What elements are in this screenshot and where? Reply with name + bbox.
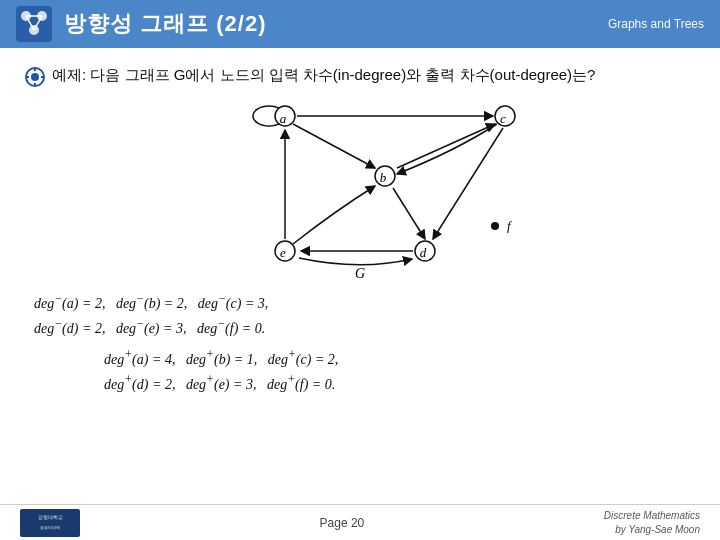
svg-text:f: f bbox=[507, 218, 513, 233]
svg-text:강원대학교: 강원대학교 bbox=[38, 514, 63, 520]
svg-line-18 bbox=[433, 128, 503, 239]
formula-in-2: deg+(d) = 2, deg+(e) = 3, deg+(f) = 0. bbox=[104, 371, 696, 396]
svg-text:G: G bbox=[355, 266, 365, 281]
svg-text:c: c bbox=[500, 111, 506, 126]
header-logo-icon bbox=[16, 6, 52, 42]
footer-credit: Discrete Mathematics by Yang-Sae Moon bbox=[604, 509, 700, 537]
university-logo-icon: 강원대학교 컴퓨터대학 bbox=[20, 509, 80, 537]
formulas-out: deg−(a) = 2, deg−(b) = 2, deg−(c) = 3, d… bbox=[34, 290, 696, 340]
svg-text:d: d bbox=[420, 245, 427, 260]
formula-out-1: deg−(a) = 2, deg−(b) = 2, deg−(c) = 3, bbox=[34, 290, 696, 315]
formulas-in: deg+(a) = 4, deg+(b) = 1, deg+(c) = 2, d… bbox=[104, 346, 696, 396]
svg-line-17 bbox=[393, 188, 425, 239]
graph-container: a b c d e f G bbox=[54, 96, 696, 286]
svg-text:컴퓨터대학: 컴퓨터대학 bbox=[40, 525, 60, 530]
question-text: 예제: 다음 그래프 G에서 노드의 입력 차수(in-degree)와 출력 … bbox=[52, 64, 595, 87]
footer-logo: 강원대학교 컴퓨터대학 bbox=[20, 509, 80, 537]
graph-svg: a b c d e f G bbox=[205, 96, 545, 286]
footer: 강원대학교 컴퓨터대학 Page 20 Discrete Mathematics… bbox=[0, 504, 720, 540]
svg-rect-0 bbox=[16, 6, 52, 42]
svg-line-14 bbox=[293, 124, 375, 168]
svg-point-8 bbox=[31, 73, 39, 81]
formula-in-1: deg+(a) = 4, deg+(b) = 1, deg+(c) = 2, bbox=[104, 346, 696, 371]
header-subtitle: Graphs and Trees bbox=[608, 16, 704, 33]
formula-out-2: deg−(d) = 2, deg−(e) = 3, deg−(f) = 0. bbox=[34, 315, 696, 340]
svg-point-27 bbox=[491, 222, 499, 230]
page-title: 방향성 그래프 (2/2) bbox=[64, 9, 266, 39]
footer-page: Page 20 bbox=[320, 516, 365, 530]
header: 방향성 그래프 (2/2) Graphs and Trees bbox=[0, 0, 720, 48]
svg-text:a: a bbox=[280, 111, 287, 126]
bullet-icon bbox=[24, 66, 46, 88]
main-content: 예제: 다음 그래프 G에서 노드의 입력 차수(in-degree)와 출력 … bbox=[0, 48, 720, 504]
svg-line-16 bbox=[397, 124, 495, 168]
svg-text:e: e bbox=[280, 245, 286, 260]
svg-text:b: b bbox=[380, 170, 387, 185]
question-row: 예제: 다음 그래프 G에서 노드의 입력 차수(in-degree)와 출력 … bbox=[24, 64, 696, 88]
